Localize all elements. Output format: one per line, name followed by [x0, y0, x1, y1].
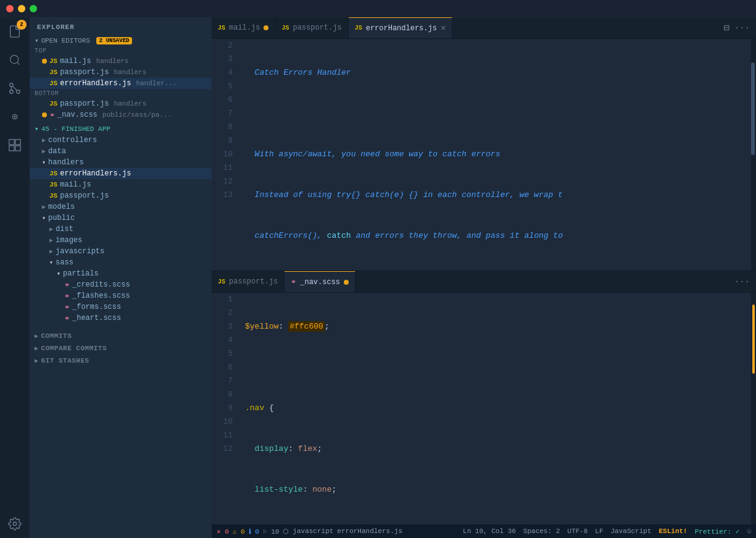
- activity-settings-icon[interactable]: [6, 515, 24, 533]
- file-name: mail.js: [60, 57, 91, 65]
- tab-actions: ⊟ ···: [717, 22, 756, 34]
- code-line-css-1: $yellow: #ffc600;: [245, 320, 751, 334]
- close-tab-icon[interactable]: ×: [441, 23, 446, 33]
- folder-arrow: ▾: [57, 270, 60, 277]
- open-editors-label: OPEN EDITORS: [41, 37, 90, 44]
- cursor-position: Ln 10, Col 36: [463, 527, 516, 535]
- code-line-3: [245, 107, 751, 120]
- folder-handlers[interactable]: ▾ handlers: [30, 157, 212, 168]
- file-heart[interactable]: ⚭ _heart.scss: [30, 313, 212, 324]
- svg-rect-8: [15, 140, 20, 145]
- sidebar-compare-commits[interactable]: ▶ COMPARE COMMITS: [30, 342, 212, 355]
- file-format: javascript: [293, 527, 333, 535]
- modified-dot: [42, 112, 47, 117]
- top-scrollbar[interactable]: [751, 39, 756, 271]
- file-name: passport.js: [60, 99, 109, 108]
- sidebar-commits[interactable]: ▶ COMMITS: [30, 330, 212, 342]
- file-passport[interactable]: JS passport.js: [30, 190, 212, 201]
- js-icon: JS: [49, 100, 57, 107]
- code-content-top: Catch Errors Handler With async/await, y…: [239, 39, 751, 271]
- file-name: _flashes.scss: [72, 292, 130, 300]
- folder-arrow: ▶: [42, 203, 46, 211]
- folder-arrow: ▾: [42, 214, 46, 222]
- file-item-passport-bottom[interactable]: JS passport.js handlers: [30, 98, 212, 109]
- tab-passport-bottom[interactable]: JS passport.js: [212, 271, 285, 292]
- stashes-arrow: ▶: [35, 357, 39, 364]
- notification-count: ⚐ 10: [263, 527, 279, 536]
- folder-images[interactable]: ▶ images: [30, 235, 212, 246]
- folder-public[interactable]: ▾ public: [30, 212, 212, 224]
- open-editors-arrow: ▾: [35, 36, 39, 44]
- activity-git-icon[interactable]: [6, 79, 24, 98]
- top-code-editor[interactable]: 2 3 4 5 6 7 8 9 10 11 12 13 Catc: [212, 39, 756, 271]
- tab-passport[interactable]: JS passport.js: [275, 17, 348, 38]
- tab-errorhandlers[interactable]: JS errorHandlers.js ×: [349, 17, 453, 38]
- code-line-4: With async/await, you need some way to c…: [245, 148, 751, 161]
- js-icon: JS: [49, 69, 57, 76]
- folder-dist[interactable]: ▶ dist: [30, 224, 212, 235]
- more-actions-icon[interactable]: ···: [734, 277, 750, 287]
- svg-point-3: [10, 83, 14, 87]
- project-header[interactable]: ▾ 45 - FINISHED APP: [30, 123, 212, 135]
- file-item-passport-top[interactable]: JS passport.js handlers: [30, 67, 212, 78]
- sidebar-git-stashes[interactable]: ▶ GIT STASHES: [30, 355, 212, 367]
- project-arrow: ▾: [35, 125, 39, 133]
- open-editors-header[interactable]: ▾ OPEN EDITORS 2 UNSAVED: [30, 35, 212, 46]
- scss-icon: ⚭: [64, 314, 70, 322]
- activity-search-icon[interactable]: [6, 51, 24, 69]
- tab-mail[interactable]: JS mail.js: [212, 17, 275, 38]
- more-actions-icon[interactable]: ···: [734, 23, 750, 33]
- file-name: _credits.scss: [72, 280, 130, 289]
- modified-dot: [42, 59, 47, 64]
- activity-extensions-icon[interactable]: [6, 136, 24, 154]
- scss-icon: ⚭: [64, 303, 70, 311]
- folder-partials[interactable]: ▾ partials: [30, 268, 212, 279]
- warning-count: ⚠ 0: [233, 527, 245, 536]
- file-errorhandlers[interactable]: JS errorHandlers.js: [30, 168, 212, 179]
- folder-sass[interactable]: ▾ sass: [30, 257, 212, 268]
- modified-dot: [264, 25, 268, 30]
- maximize-button[interactable]: [30, 5, 37, 12]
- bottom-code-editor[interactable]: 1 2 3 4 5 6 7 8 9 10 11 12 $yellow: [212, 293, 756, 524]
- tab-nav-scss[interactable]: ⚭ _nav.scss: [285, 271, 355, 292]
- file-name: passport.js: [60, 68, 109, 77]
- editor-split: JS mail.js JS passport.js JS errorHandle…: [212, 17, 756, 524]
- folder-arrow: ▾: [49, 259, 53, 266]
- code-line-css-5: list-style: none;: [245, 483, 751, 497]
- folder-javascripts[interactable]: ▶ javascripts: [30, 246, 212, 257]
- activity-debug-icon[interactable]: [6, 107, 24, 126]
- folder-arrow: ▶: [42, 148, 46, 155]
- top-tab-bar: JS mail.js JS passport.js JS errorHandle…: [212, 17, 756, 39]
- modified-dot: [344, 280, 349, 285]
- activity-files-icon[interactable]: 2: [6, 22, 24, 41]
- js-icon: JS: [49, 80, 57, 87]
- unsaved-badge: 2 UNSAVED: [96, 37, 133, 44]
- file-item-nav-bottom[interactable]: ⚭ _nav.scss public/sass/pa...: [30, 109, 212, 120]
- info-count: ℹ 0: [249, 527, 259, 536]
- folder-arrow: ▶: [49, 225, 53, 233]
- file-subtext: handlers: [96, 57, 129, 65]
- tab-label: _nav.scss: [300, 278, 340, 287]
- file-flashes[interactable]: ⚭ _flashes.scss: [30, 290, 212, 301]
- folder-controllers[interactable]: ▶ controllers: [30, 135, 212, 146]
- bottom-scrollbar[interactable]: [751, 293, 756, 524]
- svg-point-4: [10, 90, 14, 94]
- scrollbar-thumb-bottom: [752, 305, 755, 374]
- file-name: _heart.scss: [72, 314, 121, 322]
- js-icon: JS: [49, 170, 57, 177]
- file-item-errorhandlers-top[interactable]: JS errorHandlers.js handler...: [30, 78, 212, 89]
- folder-models[interactable]: ▶ models: [30, 201, 212, 212]
- file-credits[interactable]: ⚭ _credits.scss: [30, 279, 212, 290]
- split-editor-icon[interactable]: ⊟: [723, 22, 729, 34]
- code-line-6: catchErrors(), catch and errors they thr…: [245, 229, 751, 243]
- svg-rect-10: [15, 146, 20, 151]
- prettier-status[interactable]: Prettier: ✓: [695, 527, 740, 536]
- close-button[interactable]: [6, 5, 14, 12]
- file-item-mail-top[interactable]: JS mail.js handlers: [30, 56, 212, 67]
- status-left: ✕ 0 ⚠ 0 ℹ 0 ⚐ 10 ⬡ javascript errorHandl…: [217, 527, 402, 536]
- file-forms[interactable]: ⚭ _forms.scss: [30, 301, 212, 313]
- folder-data[interactable]: ▶ data: [30, 146, 212, 157]
- eslint-status[interactable]: ESLint!: [659, 527, 687, 535]
- minimize-button[interactable]: [18, 5, 25, 12]
- file-mail[interactable]: JS mail.js: [30, 179, 212, 190]
